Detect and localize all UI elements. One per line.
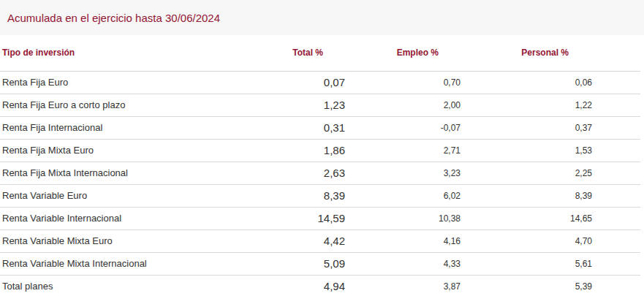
- personal-value: 1,22: [466, 94, 640, 116]
- row-label: Renta Fija Euro: [0, 71, 230, 94]
- total-value: 4,94: [230, 275, 351, 296]
- table-row: Renta Fija Euro 0,07 0,70 0,06: [0, 71, 640, 94]
- col-header-empleo: Empleo %: [351, 35, 466, 71]
- empleo-value: 4,33: [351, 252, 466, 275]
- row-label: Renta Fija Internacional: [0, 116, 230, 139]
- empleo-value: 10,38: [351, 207, 466, 229]
- returns-panel: Acumulada en el ejercicio hasta 30/06/20…: [0, 0, 644, 296]
- table-row: Renta Fija Mixta Euro 1,86 2,71 1,53: [0, 139, 640, 162]
- empleo-value: 4,16: [351, 229, 466, 252]
- col-header-total: Total %: [230, 35, 351, 71]
- total-value: 1,23: [230, 94, 351, 116]
- row-label: Renta Variable Euro: [0, 184, 230, 207]
- table-row: Renta Variable Internacional 14,59 10,38…: [0, 207, 640, 229]
- empleo-value: 3,87: [351, 275, 466, 296]
- table-row: Renta Fija Internacional 0,31 -0,07 0,37: [0, 116, 640, 139]
- row-label: Renta Fija Mixta Internacional: [0, 162, 230, 184]
- empleo-value: -0,07: [351, 116, 466, 139]
- personal-value: 1,53: [466, 139, 640, 162]
- total-value: 5,09: [230, 252, 351, 275]
- table-row: Renta Variable Euro 8,39 6,02 8,39: [0, 184, 640, 207]
- row-label: Renta Variable Internacional: [0, 207, 230, 229]
- total-value: 2,63: [230, 162, 351, 184]
- total-value: 0,31: [230, 116, 351, 139]
- total-value: 14,59: [230, 207, 351, 229]
- row-label: Renta Fija Mixta Euro: [0, 139, 230, 162]
- personal-value: 0,37: [466, 116, 640, 139]
- personal-value: 4,70: [466, 229, 640, 252]
- empleo-value: 3,23: [351, 162, 466, 184]
- returns-table: Tipo de inversión Total % Empleo % Perso…: [0, 35, 640, 296]
- personal-value: 14,65: [466, 207, 640, 229]
- empleo-value: 6,02: [351, 184, 466, 207]
- total-value: 4,42: [230, 229, 351, 252]
- total-value: 8,39: [230, 184, 351, 207]
- table-row: Renta Variable Mixta Internacional 5,09 …: [0, 252, 640, 275]
- empleo-value: 0,70: [351, 71, 466, 94]
- page-title: Acumulada en el ejercicio hasta 30/06/20…: [7, 12, 220, 24]
- personal-value: 5,39: [466, 275, 640, 296]
- table-row: Renta Fija Mixta Internacional 2,63 3,23…: [0, 162, 640, 184]
- row-label: Total planes: [0, 275, 230, 296]
- personal-value: 8,39: [466, 184, 640, 207]
- table-row: Renta Variable Mixta Euro 4,42 4,16 4,70: [0, 229, 640, 252]
- row-label: Renta Variable Mixta Euro: [0, 229, 230, 252]
- col-header-personal: Personal %: [466, 35, 640, 71]
- table-header-row: Tipo de inversión Total % Empleo % Perso…: [0, 35, 640, 71]
- total-value: 0,07: [230, 71, 351, 94]
- empleo-value: 2,00: [351, 94, 466, 116]
- table-row-total: Total planes 4,94 3,87 5,39: [0, 275, 640, 296]
- table-row: Renta Fija Euro a corto plazo 1,23 2,00 …: [0, 94, 640, 116]
- row-label: Renta Fija Euro a corto plazo: [0, 94, 230, 116]
- empleo-value: 2,71: [351, 139, 466, 162]
- total-value: 1,86: [230, 139, 351, 162]
- personal-value: 0,06: [466, 71, 640, 94]
- title-band: Acumulada en el ejercicio hasta 30/06/20…: [0, 0, 644, 35]
- personal-value: 5,61: [466, 252, 640, 275]
- row-label: Renta Variable Mixta Internacional: [0, 252, 230, 275]
- col-header-tipo-de-inversion: Tipo de inversión: [0, 35, 230, 71]
- personal-value: 2,25: [466, 162, 640, 184]
